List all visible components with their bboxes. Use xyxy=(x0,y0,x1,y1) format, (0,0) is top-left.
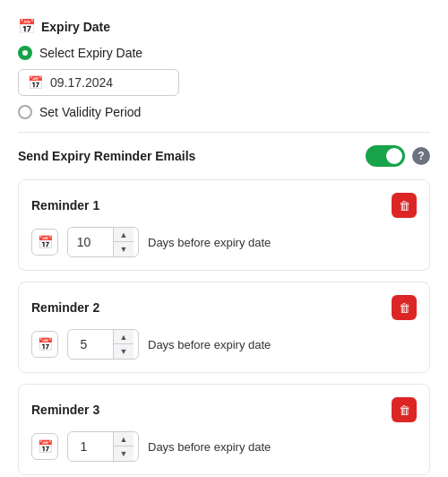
reminder-card-1: Reminder 1 🗑 📅 ▲ ▼ Days before expiry da… xyxy=(18,179,430,271)
set-validity-period-option[interactable]: Set Validity Period xyxy=(18,105,430,119)
reminder-1-delete-button[interactable]: 🗑 xyxy=(392,193,417,218)
section-divider xyxy=(18,132,430,133)
reminder-1-spin-down[interactable]: ▼ xyxy=(114,242,134,256)
reminder-2-value-input[interactable] xyxy=(68,334,113,355)
reminder-3-spin-down[interactable]: ▼ xyxy=(114,447,134,461)
reminder-3-days-label: Days before expiry date xyxy=(148,440,271,454)
reminder-3-delete-button[interactable]: 🗑 xyxy=(392,397,417,422)
reminder-2-spin-down[interactable]: ▼ xyxy=(114,344,134,359)
reminder-2-cal-icon: 📅 xyxy=(31,331,58,358)
section-title: 📅 Expiry Date xyxy=(18,18,430,35)
reminder-3-input-row: 📅 ▲ ▼ Days before expiry date xyxy=(31,431,417,462)
reminder-3-spin-buttons: ▲ ▼ xyxy=(113,432,134,461)
reminder-1-title: Reminder 1 xyxy=(31,198,99,212)
reminder-1-spin-buttons: ▲ ▼ xyxy=(113,228,134,256)
reminder-1-value-input[interactable] xyxy=(68,231,113,253)
reminder-1-spin-up[interactable]: ▲ xyxy=(114,228,134,242)
reminder-3-value-input[interactable] xyxy=(68,436,113,457)
reminder-3-title: Reminder 3 xyxy=(31,403,99,417)
reminder-2-spin-up[interactable]: ▲ xyxy=(114,330,134,344)
reminder-2-spin-buttons: ▲ ▼ xyxy=(113,330,134,359)
reminder-3-cal-icon: 📅 xyxy=(31,433,58,460)
send-reminder-row: Send Expiry Reminder Emails ? xyxy=(18,145,430,167)
reminder-1-number-input[interactable]: ▲ ▼ xyxy=(67,227,139,257)
toggle-help-group: ? xyxy=(366,145,430,167)
reminder-1-input-row: 📅 ▲ ▼ Days before expiry date xyxy=(31,227,417,257)
reminder-2-number-input[interactable]: ▲ ▼ xyxy=(67,329,139,360)
reminder-2-delete-button[interactable]: 🗑 xyxy=(392,295,417,320)
help-icon[interactable]: ? xyxy=(412,147,430,165)
radio-empty-icon xyxy=(18,105,32,119)
radio-selected-icon xyxy=(18,46,32,60)
select-expiry-date-label: Select Expiry Date xyxy=(39,46,142,60)
send-reminder-label: Send Expiry Reminder Emails xyxy=(18,149,195,163)
date-field[interactable]: 📅 09.17.2024 xyxy=(18,69,179,96)
calendar-icon: 📅 xyxy=(18,18,36,35)
reminder-1-days-label: Days before expiry date xyxy=(148,236,271,249)
reminder-3-number-input[interactable]: ▲ ▼ xyxy=(67,431,139,462)
reminder-3-spin-up[interactable]: ▲ xyxy=(114,432,134,447)
reminders-list: Reminder 1 🗑 📅 ▲ ▼ Days before expiry da… xyxy=(18,179,430,475)
reminder-card-3: Reminder 3 🗑 📅 ▲ ▼ Days before expiry da… xyxy=(18,384,430,475)
reminder-3-header: Reminder 3 🗑 xyxy=(31,397,417,422)
reminder-1-cal-icon: 📅 xyxy=(31,229,58,256)
reminder-1-header: Reminder 1 🗑 xyxy=(31,193,417,218)
set-validity-label: Set Validity Period xyxy=(39,105,141,119)
reminder-2-header: Reminder 2 🗑 xyxy=(31,295,417,320)
date-field-icon: 📅 xyxy=(28,75,43,90)
date-value: 09.17.2024 xyxy=(50,75,113,90)
reminder-toggle[interactable] xyxy=(366,145,405,167)
date-input-row: 📅 09.17.2024 xyxy=(18,69,430,96)
reminder-card-2: Reminder 2 🗑 📅 ▲ ▼ Days before expiry da… xyxy=(18,282,430,373)
reminder-2-input-row: 📅 ▲ ▼ Days before expiry date xyxy=(31,329,417,360)
select-expiry-date-option[interactable]: Select Expiry Date xyxy=(18,46,430,60)
reminder-2-days-label: Days before expiry date xyxy=(148,338,271,351)
reminder-2-title: Reminder 2 xyxy=(31,300,99,315)
